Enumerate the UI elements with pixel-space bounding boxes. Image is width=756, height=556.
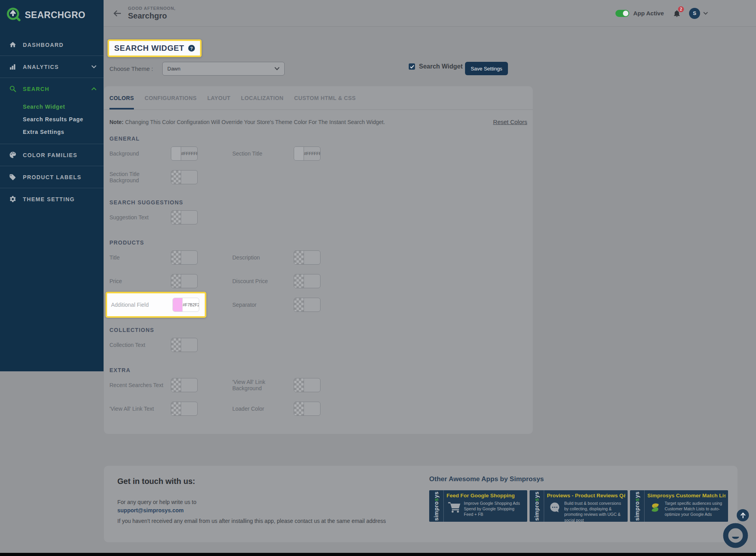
color-hex-input[interactable] xyxy=(304,274,320,288)
tab-layout[interactable]: LAYOUT xyxy=(207,86,230,109)
color-hex-input[interactable]: #FFFFFF xyxy=(304,147,321,160)
sidebar-item-search[interactable]: SEARCH xyxy=(0,78,104,100)
color-row-label: Description xyxy=(232,254,294,261)
account-chevron-down-icon[interactable] xyxy=(703,12,708,15)
app-card-description: Improve Google Shopping Ads Spend by Goo… xyxy=(464,500,525,517)
color-field-view-all-link-background xyxy=(294,378,321,392)
other-apps-heading: Other Awesome Apps by Simprosys xyxy=(429,475,728,483)
chat-widget-button[interactable] xyxy=(723,523,748,548)
color-hex-input[interactable] xyxy=(181,338,197,352)
sidebar-subitems: Search WidgetSearch Results PageExtra Se… xyxy=(0,100,104,144)
sidebar-item-analytics[interactable]: ANALYTICS xyxy=(0,56,104,78)
color-row-recent-searches-text: Recent Searches Text xyxy=(109,373,232,397)
app-card-simprosys-customer-match-lists[interactable]: simprosysSimprosys Customer Match ListsT… xyxy=(630,490,728,522)
sidebar-item-label: PRODUCT LABELS xyxy=(23,174,82,180)
color-hex-input[interactable] xyxy=(181,378,197,392)
color-swatch[interactable] xyxy=(171,251,181,264)
color-hex-input[interactable] xyxy=(304,378,320,392)
page-title-highlight: SEARCH WIDGET ? xyxy=(107,39,202,57)
app-card-feed-for-google-shopping[interactable]: simprosysFeed For Google ShoppingImprove… xyxy=(429,490,527,522)
bottom-bar xyxy=(0,553,756,556)
color-row-loader-color: Loader Color xyxy=(232,397,355,421)
color-hex-input[interactable] xyxy=(181,171,197,184)
color-row-label: Loader Color xyxy=(232,406,294,412)
top-header: GOOD AFTERNOON, Searchgro App Active 2 S xyxy=(104,0,756,27)
sidebar-subitem-search-results-page[interactable]: Search Results Page xyxy=(0,113,104,126)
color-field-suggestion-text xyxy=(171,210,198,224)
color-swatch[interactable] xyxy=(171,274,181,288)
color-row-label: Background xyxy=(109,150,171,157)
color-swatch[interactable] xyxy=(171,378,181,392)
search-icon xyxy=(9,85,17,93)
greeting-block: GOOD AFTERNOON, Searchgro xyxy=(128,6,176,20)
color-swatch[interactable] xyxy=(294,274,304,288)
reset-colors-link[interactable]: Reset Colors xyxy=(493,119,527,125)
color-swatch[interactable] xyxy=(171,211,181,224)
color-hex-input[interactable] xyxy=(304,298,320,311)
logo-text: SEARCHGRO xyxy=(25,10,85,20)
sidebar-nav: DASHBOARDANALYTICSSEARCHSearch WidgetSea… xyxy=(0,34,104,210)
color-swatch[interactable] xyxy=(171,338,181,352)
settings-card: COLORSCONFIGURATIONSLAYOUTLOCALIZATIONCU… xyxy=(104,86,533,434)
color-field-discount-price xyxy=(294,274,321,288)
color-swatch[interactable] xyxy=(294,402,304,415)
color-field-price xyxy=(171,274,198,288)
simprosys-vertical-brand: simprosys xyxy=(630,490,645,522)
theme-select-value: Dawn xyxy=(167,66,180,72)
color-hex-input[interactable]: #F7B2F2 xyxy=(183,298,199,311)
app-card-description: Build trust & boost conversions by colle… xyxy=(564,500,625,523)
app-active-toggle[interactable] xyxy=(615,10,629,17)
arrow-up-icon xyxy=(740,512,746,519)
sidebar-subitem-extra-settings[interactable]: Extra Settings xyxy=(0,126,104,138)
sidebar-item-theme-setting[interactable]: THEME SETTING xyxy=(0,188,104,210)
color-row-section-title: Section Title#FFFFFF xyxy=(232,142,355,165)
color-swatch[interactable] xyxy=(171,171,181,184)
color-hex-input[interactable] xyxy=(304,402,320,415)
tab-configurations[interactable]: CONFIGURATIONS xyxy=(145,86,196,109)
color-hex-input[interactable] xyxy=(181,211,197,224)
color-swatch[interactable] xyxy=(173,298,183,311)
color-row-view-all-link-background: 'View All' Link Background xyxy=(232,373,355,397)
app-logo[interactable]: SEARCHGRO xyxy=(0,0,104,24)
color-swatch[interactable] xyxy=(294,147,304,160)
color-field-view-all-link-text xyxy=(171,402,198,416)
color-hex-input[interactable] xyxy=(181,274,197,288)
palette-icon xyxy=(9,151,17,159)
support-email-link[interactable]: support@simprosys.com xyxy=(117,507,183,513)
color-swatch[interactable] xyxy=(294,378,304,392)
sidebar-item-color-families[interactable]: COLOR FAMILIES xyxy=(0,144,104,166)
color-hex-input[interactable] xyxy=(304,251,320,264)
section-heading-search-suggestions: SEARCH SUGGESTIONS xyxy=(109,199,527,206)
app-card-proviews-product-reviews-q-a[interactable]: simprosysProviews - Product Reviews Q&AB… xyxy=(530,490,628,522)
sidebar-subitem-search-widget[interactable]: Search Widget xyxy=(0,100,104,113)
color-hex-input[interactable] xyxy=(181,251,197,264)
color-row-label: Discount Price xyxy=(232,278,294,284)
help-icon[interactable]: ? xyxy=(188,45,195,52)
color-swatch[interactable] xyxy=(294,251,304,264)
sidebar-item-dashboard[interactable]: DASHBOARD xyxy=(0,34,104,56)
chat-icon xyxy=(547,501,563,514)
tab-colors[interactable]: COLORS xyxy=(109,86,134,109)
color-swatch[interactable] xyxy=(171,147,181,160)
theme-select[interactable]: Dawn xyxy=(162,62,285,76)
select-chevron-down-icon xyxy=(274,67,280,70)
search-widget-checkbox[interactable] xyxy=(409,63,415,70)
color-swatch[interactable] xyxy=(294,298,304,311)
color-row-price: Price xyxy=(109,269,232,293)
color-swatch[interactable] xyxy=(171,402,181,415)
sidebar-item-label: SEARCH xyxy=(23,86,50,92)
tab-custom-html-css[interactable]: CUSTOM HTML & CSS xyxy=(294,86,356,109)
color-row-label: Additional Field xyxy=(111,302,172,308)
scroll-to-top-button[interactable] xyxy=(737,509,749,521)
section-grid: TitleDescriptionPriceDiscount PriceAddit… xyxy=(109,246,527,317)
sidebar-item-product-labels[interactable]: PRODUCT LABELS xyxy=(0,166,104,188)
back-button[interactable] xyxy=(111,7,123,19)
avatar[interactable]: S xyxy=(689,8,700,19)
notification-bell[interactable]: 2 xyxy=(673,9,681,18)
color-hex-input[interactable] xyxy=(181,402,197,415)
color-hex-input[interactable]: #FFFFFF xyxy=(181,147,198,160)
save-settings-button[interactable]: Save Settings xyxy=(465,62,508,75)
simprosys-vertical-brand: simprosys xyxy=(429,490,444,522)
tab-localization[interactable]: LOCALIZATION xyxy=(241,86,284,109)
search-widget-checkbox-label: Search Widget xyxy=(419,63,463,70)
